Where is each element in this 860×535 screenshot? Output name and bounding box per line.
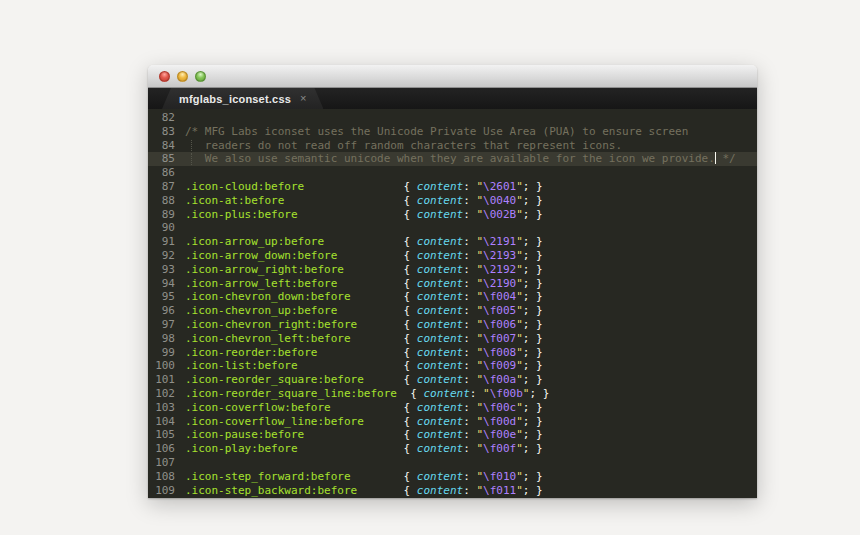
code-line[interactable]: 101.icon-reorder_square:before { content… [148, 373, 757, 387]
punctuation-token: { [404, 277, 417, 290]
selector-token: .icon-cloud:before [185, 180, 404, 193]
punctuation-token: ; } [523, 208, 543, 221]
line-number: 110 [148, 497, 175, 498]
zoom-window-icon[interactable] [195, 71, 206, 82]
code-line[interactable]: 93.icon-arrow_right:before { content: "\… [148, 263, 757, 277]
selector-token: .icon-at:before [185, 194, 404, 207]
code-line[interactable]: 82 [148, 111, 757, 125]
code-line[interactable]: 107 [148, 456, 757, 470]
code-line[interactable]: 85 We also use semantic unicode when the… [148, 152, 757, 166]
code-line[interactable]: 87.icon-cloud:before { content: "\2601";… [148, 180, 757, 194]
code-line[interactable]: 86 [148, 166, 757, 180]
selector-token: .icon-reorder_square:before [185, 373, 404, 386]
code-text [175, 456, 185, 470]
code-line[interactable]: 99.icon-reorder:before { content: "\f008… [148, 346, 757, 360]
code-line[interactable]: 92.icon-arrow_down:before { content: "\2… [148, 249, 757, 263]
tab-mfglabs-iconset-css[interactable]: mfglabs_iconset.css × [162, 88, 323, 109]
line-number: 88 [148, 194, 175, 208]
escape-token: \f012 [483, 497, 516, 498]
code-line[interactable]: 100.icon-list:before { content: "\f009";… [148, 359, 757, 373]
line-number: 109 [148, 484, 175, 498]
selector-token: .icon-list:before [185, 359, 404, 372]
punctuation-token: : [463, 304, 476, 317]
code-line[interactable]: 90 [148, 221, 757, 235]
selector-token: .icon-chevron_right:before [185, 318, 404, 331]
code-text: /* MFG Labs iconset uses the Unicode Pri… [175, 125, 688, 139]
punctuation-token: : [463, 194, 476, 207]
punctuation-token: ; } [523, 318, 543, 331]
code-line[interactable]: 109.icon-step_backward:before { content:… [148, 484, 757, 498]
code-line[interactable]: 96.icon-chevron_up:before { content: "\f… [148, 304, 757, 318]
code-text: .icon-step_forward:before { content: "\f… [175, 470, 543, 484]
string-token: " [516, 442, 523, 455]
close-window-icon[interactable] [159, 71, 170, 82]
property-token: content [417, 208, 463, 221]
string-token: " [516, 304, 523, 317]
property-token: content [417, 263, 463, 276]
selector-token: .icon-plus:before [185, 208, 404, 221]
comment-token: We also use semantic unicode when they a… [185, 152, 715, 165]
punctuation-token: { [404, 401, 417, 414]
string-token: " [516, 263, 523, 276]
punctuation-token: : [463, 235, 476, 248]
line-number: 103 [148, 401, 175, 415]
code-line[interactable]: 106.icon-play:before { content: "\f00f";… [148, 442, 757, 456]
code-line[interactable]: 97.icon-chevron_right:before { content: … [148, 318, 757, 332]
code-line[interactable]: 91.icon-arrow_up:before { content: "\219… [148, 235, 757, 249]
property-token: content [417, 277, 463, 290]
code-line[interactable]: 95.icon-chevron_down:before { content: "… [148, 290, 757, 304]
property-token: content [417, 346, 463, 359]
code-text: .icon-arrow_up:before { content: "\2191"… [175, 235, 543, 249]
punctuation-token: ; } [523, 373, 543, 386]
line-number: 82 [148, 111, 175, 125]
string-token: " [516, 346, 523, 359]
code-text: .icon-play:before { content: "\f00f"; } [175, 442, 543, 456]
escape-token: \f008 [483, 346, 516, 359]
punctuation-token: : [463, 346, 476, 359]
line-number: 101 [148, 373, 175, 387]
code-line[interactable]: 89.icon-plus:before { content: "\002B"; … [148, 208, 757, 222]
punctuation-token: { [404, 484, 417, 497]
line-number: 107 [148, 456, 175, 470]
selector-token: .icon-pause:before [185, 428, 404, 441]
selector-token: .icon-reorder:before [185, 346, 404, 359]
punctuation-token: : [463, 373, 476, 386]
code-line[interactable]: 102.icon-reorder_square_line:before { co… [148, 387, 757, 401]
escape-token: \2192 [483, 263, 516, 276]
property-token: content [417, 318, 463, 331]
string-token: " [516, 249, 523, 262]
code-line[interactable]: 83/* MFG Labs iconset uses the Unicode P… [148, 125, 757, 139]
punctuation-token: ; } [523, 359, 543, 372]
punctuation-token: { [404, 318, 417, 331]
line-number: 97 [148, 318, 175, 332]
tab-bar: mfglabs_iconset.css × [148, 88, 757, 109]
string-token: " [516, 401, 523, 414]
code-line[interactable]: 84 readers do not read off random charac… [148, 139, 757, 153]
punctuation-token: { [404, 442, 417, 455]
code-line[interactable]: 110.icon-stop:before { content: "\f012";… [148, 497, 757, 498]
code-line[interactable]: 94.icon-arrow_left:before { content: "\2… [148, 277, 757, 291]
code-line[interactable]: 104.icon-coverflow_line:before { content… [148, 415, 757, 429]
string-token: " [516, 373, 523, 386]
code-editor[interactable]: 8283/* MFG Labs iconset uses the Unicode… [148, 109, 757, 498]
tab-close-icon[interactable]: × [300, 93, 306, 104]
escape-token: \f009 [483, 359, 516, 372]
punctuation-token: : [463, 428, 476, 441]
code-line[interactable]: 105.icon-pause:before { content: "\f00e"… [148, 428, 757, 442]
punctuation-token: : [463, 415, 476, 428]
minimize-window-icon[interactable] [177, 71, 188, 82]
code-line[interactable]: 108.icon-step_forward:before { content: … [148, 470, 757, 484]
punctuation-token: { [404, 208, 417, 221]
code-line[interactable]: 103.icon-coverflow:before { content: "\f… [148, 401, 757, 415]
window-titlebar[interactable] [148, 65, 757, 88]
escape-token: \2190 [483, 277, 516, 290]
selector-token: .icon-arrow_left:before [185, 277, 404, 290]
punctuation-token: ; } [523, 415, 543, 428]
line-number: 92 [148, 249, 175, 263]
code-line[interactable]: 98.icon-chevron_left:before { content: "… [148, 332, 757, 346]
selector-token: .icon-coverflow_line:before [185, 415, 404, 428]
code-text: readers do not read off random character… [175, 139, 622, 153]
line-number: 102 [148, 387, 175, 401]
code-text [175, 221, 185, 235]
code-line[interactable]: 88.icon-at:before { content: "\0040"; } [148, 194, 757, 208]
